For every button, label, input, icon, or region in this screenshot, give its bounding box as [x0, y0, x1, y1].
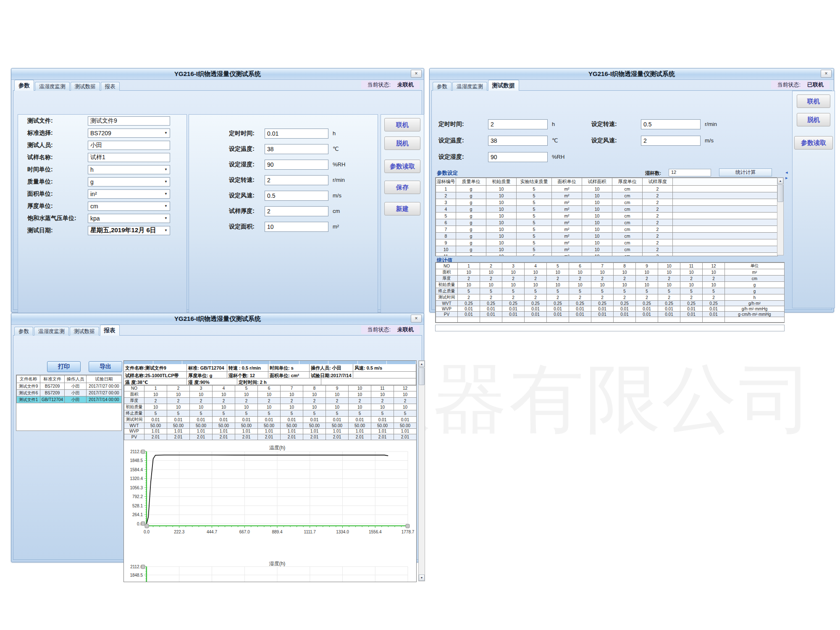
table-row[interactable]: 测试文件9BS7209小田2017/7/27 00:00	[17, 383, 122, 390]
scrollbar-vertical[interactable]: ▲	[777, 177, 784, 255]
table-cell: cm	[612, 226, 643, 233]
tab-2[interactable]: 测试数据	[71, 82, 100, 91]
dropdown-field-6[interactable]: in²▼	[88, 189, 170, 199]
cup-count-input[interactable]: 12	[669, 169, 711, 176]
titlebar[interactable]: YG216-I织物透湿量仪测试系统 ×	[11, 68, 424, 80]
table-cell: 2	[394, 398, 417, 404]
tab-0[interactable]: 参数	[14, 80, 34, 91]
tab-1[interactable]: 温湿度监测	[34, 327, 69, 336]
table-cell: 10	[502, 282, 525, 288]
dropdown-arrow-icon[interactable]: ▼	[164, 228, 168, 232]
input-field-1[interactable]: 38	[488, 136, 548, 146]
tab-3[interactable]: 报表	[101, 82, 120, 91]
scrollbar-vertical[interactable]: ▲ ▼	[418, 360, 425, 581]
close-icon[interactable]: ×	[411, 70, 422, 78]
action-button-1[interactable]: 脱机	[384, 136, 420, 150]
dropdown-arrow-icon[interactable]: ▼	[164, 216, 168, 220]
table-cell: cm	[612, 233, 643, 239]
export-button[interactable]: 导出	[89, 361, 122, 372]
table-row: 厚度222222222222	[124, 398, 417, 404]
dropdown-field-8[interactable]: kpa▼	[88, 214, 170, 223]
table-cell: 初始质量	[436, 282, 458, 288]
dropdown-arrow-icon[interactable]: ▼	[164, 204, 168, 208]
close-icon[interactable]: ×	[821, 70, 832, 78]
scrollbar-thumb[interactable]	[419, 368, 425, 385]
action-button-0[interactable]: 联机	[797, 94, 830, 108]
info-cell: 厚度单位: g	[187, 372, 227, 378]
field-label: 试样名称:	[27, 154, 88, 161]
tab-2[interactable]: 测试数据	[70, 327, 99, 336]
table-row[interactable]: 测试文件6BS7209小田2017/7/27 00:00	[17, 390, 122, 396]
parameter-form-panel: 测试文件:测试文件9标准选择:BS7209▼测试人员:小田试样名称:试样1时间单…	[18, 114, 187, 332]
tab-1[interactable]: 温湿度监测	[452, 82, 487, 91]
dropdown-arrow-icon[interactable]: ▼	[164, 131, 168, 135]
dropdown-field-4[interactable]: h▼	[88, 165, 170, 174]
titlebar[interactable]: YG216-I织物透湿量仪测试系统 ×	[430, 68, 834, 80]
info-cell: 试样名称:25-1000TLCP带	[124, 372, 187, 378]
scroll-up-icon[interactable]: ▲	[419, 361, 425, 367]
input-field-4[interactable]: 0.5	[265, 191, 328, 201]
dropdown-arrow-icon[interactable]: ▼	[164, 192, 168, 196]
dropdown-field-7[interactable]: cm▼	[88, 202, 170, 211]
action-button-0[interactable]: 联机	[384, 118, 420, 131]
table-cell: g/h·m²	[725, 301, 785, 306]
table-cell: 0.01	[281, 417, 303, 423]
action-button-4[interactable]: 新建	[384, 202, 420, 215]
stat-calc-button[interactable]: 统计计算	[719, 168, 772, 176]
info-cell: 湿 度:90%	[187, 378, 237, 385]
input-field-0[interactable]: 0.01	[265, 129, 328, 139]
input-field-3[interactable]: 试样1	[88, 153, 170, 162]
unit-label: m/s	[705, 137, 714, 144]
input-field-2[interactable]: 90	[265, 160, 328, 170]
table-cell: 2	[643, 233, 673, 239]
timer-fields: 定时时间:2h设定温度:38℃设定湿度:90%RH	[438, 116, 564, 165]
dropdown-arrow-icon[interactable]: ▼	[164, 168, 168, 171]
close-icon[interactable]: ×	[411, 315, 422, 323]
svg-text:444.7: 444.7	[207, 530, 217, 534]
table-cell: 10	[582, 192, 612, 199]
input-field-2[interactable]: 90	[488, 152, 548, 162]
input-field-1[interactable]: 2	[641, 136, 701, 146]
input-field-0[interactable]: 2	[488, 119, 548, 129]
action-button-2[interactable]: 参数读取	[384, 160, 420, 173]
dropdown-arrow-icon[interactable]: ▼	[164, 180, 168, 184]
tab-2[interactable]: 测试数据	[488, 80, 519, 91]
table-cell: 2	[643, 239, 673, 246]
action-button-1[interactable]: 脱机	[797, 113, 830, 126]
scroll-down-icon[interactable]: ▼	[419, 575, 425, 581]
table-cell: 10	[486, 206, 517, 213]
input-field-5[interactable]: 2	[265, 206, 328, 216]
input-field-9[interactable]: 星期五,2019年12月 6日▼	[88, 226, 170, 235]
input-field-1[interactable]: 38	[265, 144, 328, 154]
tab-0[interactable]: 参数	[433, 82, 452, 91]
input-field-3[interactable]: 2	[265, 175, 328, 185]
titlebar[interactable]: YG216-I织物透湿量仪测试系统 ×	[11, 313, 424, 325]
scrollbar-thumb[interactable]	[777, 184, 783, 202]
next-page-icon[interactable]: ▸	[785, 175, 789, 180]
table-cell: 2	[643, 186, 673, 192]
input-field-2[interactable]: 小田	[88, 141, 170, 150]
tab-1[interactable]: 温湿度监测	[35, 82, 70, 91]
table-cell: 终止质量	[124, 410, 144, 417]
table-row[interactable]: 测试文件1GB/T12704小田2017/7/14 00:00	[17, 396, 122, 403]
table-cell: 10	[582, 239, 612, 246]
input-field-6[interactable]: 10	[265, 222, 328, 232]
scroll-up-icon[interactable]: ▲	[777, 178, 783, 184]
input-field-0[interactable]: 0.5	[641, 119, 701, 129]
dropdown-field-1[interactable]: BS7209▼	[88, 129, 170, 138]
print-button[interactable]: 打印	[47, 361, 81, 372]
dropdown-field-5[interactable]: g▼	[88, 177, 170, 186]
table-cell: 9	[436, 239, 456, 246]
table-cell: 10	[486, 186, 517, 192]
tab-0[interactable]: 参数	[14, 327, 33, 336]
table-cell: 0.01	[547, 306, 569, 312]
table-cell: 0.01	[591, 312, 614, 317]
table-cell: 2	[213, 398, 235, 404]
prev-page-icon[interactable]: ◂	[785, 170, 789, 175]
action-button-2[interactable]: 参数读取	[794, 136, 833, 150]
action-button-3[interactable]: 保存	[384, 181, 420, 194]
table-cell: 10	[502, 269, 525, 276]
tab-3[interactable]: 报表	[100, 325, 120, 336]
input-field-0[interactable]: 测试文件9	[88, 116, 170, 126]
page-nav-arrows[interactable]: ◂ ▸	[785, 170, 790, 181]
